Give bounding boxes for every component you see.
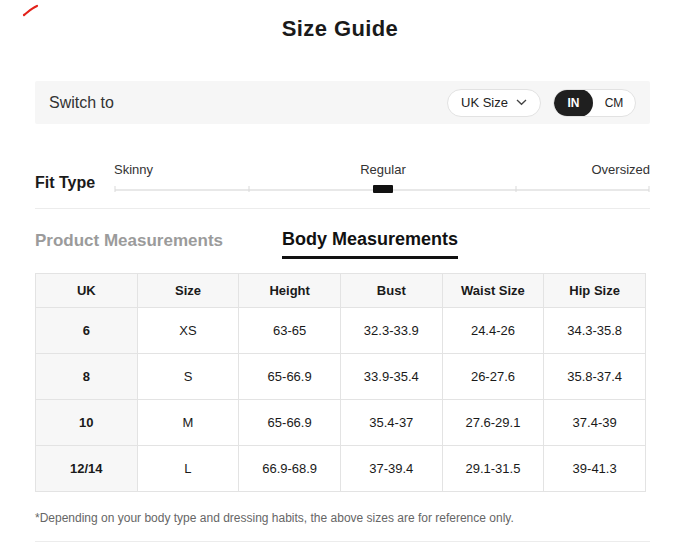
table-cell: 29.1-31.5 (442, 446, 544, 492)
table-row: 10M65-66.935.4-3727.6-29.137.4-39 (36, 400, 646, 446)
region-size-value: UK Size (461, 95, 508, 110)
column-header: Waist Size (442, 274, 544, 308)
unit-toggle[interactable]: INCM (553, 89, 636, 117)
bottom-divider (35, 541, 650, 542)
fit-type-slider-marker[interactable] (373, 185, 393, 193)
size-table-header: UKSizeHeightBustWaist SizeHip Size (36, 274, 646, 308)
table-cell: 63-65 (239, 308, 341, 354)
fit-type-option-regular[interactable]: Regular (360, 162, 406, 177)
switch-bar: Switch to UK Size INCM (35, 81, 650, 124)
table-cell: XS (137, 308, 239, 354)
fit-track-tick (115, 186, 116, 192)
table-row: 12/14L66.9-68.937-39.429.1-31.539-41.3 (36, 446, 646, 492)
table-cell: 26-27.6 (442, 354, 544, 400)
row-header-cell: 12/14 (36, 446, 138, 492)
row-header-cell: 10 (36, 400, 138, 446)
table-cell: M (137, 400, 239, 446)
table-cell: 33.9-35.4 (340, 354, 442, 400)
page-title: Size Guide (0, 16, 680, 42)
column-header: UK (36, 274, 138, 308)
fit-track-tick (248, 186, 249, 192)
table-cell: 65-66.9 (239, 400, 341, 446)
table-cell: S (137, 354, 239, 400)
tab-product-measurements[interactable]: Product Measurements (35, 231, 223, 251)
table-cell: 27.6-29.1 (442, 400, 544, 446)
table-cell: 35.8-37.4 (544, 354, 646, 400)
row-header-cell: 6 (36, 308, 138, 354)
footnote: *Depending on your body type and dressin… (35, 511, 514, 525)
fit-track-tick (515, 186, 516, 192)
column-header: Height (239, 274, 341, 308)
column-header: Bust (340, 274, 442, 308)
tab-body-measurements[interactable]: Body Measurements (282, 229, 458, 259)
table-row: 8S65-66.933.9-35.426-27.635.8-37.4 (36, 354, 646, 400)
column-header: Hip Size (544, 274, 646, 308)
fit-type-option-oversized[interactable]: Oversized (591, 162, 650, 177)
row-header-cell: 8 (36, 354, 138, 400)
fit-track-tick (649, 186, 650, 192)
table-cell: 65-66.9 (239, 354, 341, 400)
fit-type-label: Fit Type (35, 174, 95, 192)
table-cell: 39-41.3 (544, 446, 646, 492)
size-table: UKSizeHeightBustWaist SizeHip Size 6XS63… (35, 273, 646, 492)
table-cell: 37-39.4 (340, 446, 442, 492)
fit-type-option-skinny[interactable]: Skinny (114, 162, 153, 177)
chevron-down-icon (516, 99, 527, 106)
unit-option-cm[interactable]: CM (593, 89, 635, 117)
size-table-body: 6XS63-6532.3-33.924.4-2634.3-35.88S65-66… (36, 308, 646, 492)
table-cell: 34.3-35.8 (544, 308, 646, 354)
size-guide-modal: Size Guide Switch to UK Size INCM Fit Ty… (0, 0, 680, 551)
table-cell: 35.4-37 (340, 400, 442, 446)
table-cell: 24.4-26 (442, 308, 544, 354)
table-cell: 37.4-39 (544, 400, 646, 446)
unit-option-in[interactable]: IN (554, 89, 593, 117)
table-cell: L (137, 446, 239, 492)
section-divider (35, 208, 650, 209)
table-header-row: UKSizeHeightBustWaist SizeHip Size (36, 274, 646, 308)
switch-to-label: Switch to (49, 94, 114, 112)
table-cell: 66.9-68.9 (239, 446, 341, 492)
table-cell: 32.3-33.9 (340, 308, 442, 354)
table-row: 6XS63-6532.3-33.924.4-2634.3-35.8 (36, 308, 646, 354)
column-header: Size (137, 274, 239, 308)
region-size-dropdown[interactable]: UK Size (447, 89, 541, 117)
